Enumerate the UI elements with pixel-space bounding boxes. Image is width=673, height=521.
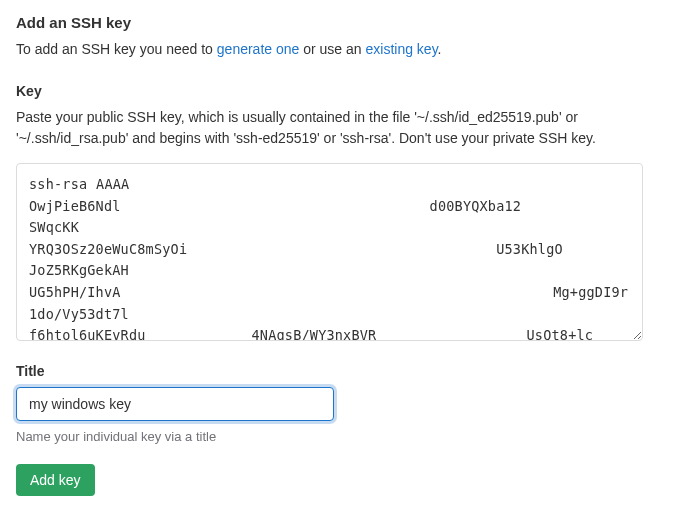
existing-key-link[interactable]: existing key xyxy=(366,41,438,57)
generate-one-link[interactable]: generate one xyxy=(217,41,300,57)
page-title: Add an SSH key xyxy=(16,14,657,31)
title-hint: Name your individual key via a title xyxy=(16,429,657,444)
intro-middle: or use an xyxy=(299,41,365,57)
key-label: Key xyxy=(16,83,657,99)
intro-suffix: . xyxy=(438,41,442,57)
title-label: Title xyxy=(16,363,657,379)
intro-text: To add an SSH key you need to generate o… xyxy=(16,41,657,57)
ssh-key-textarea[interactable]: ssh-rsa AAAA OwjPieB6Ndl d00BYQXba12 SWq… xyxy=(16,163,643,341)
intro-prefix: To add an SSH key you need to xyxy=(16,41,217,57)
add-key-button[interactable]: Add key xyxy=(16,464,95,496)
key-help-text: Paste your public SSH key, which is usua… xyxy=(16,107,657,149)
title-input[interactable] xyxy=(16,387,334,421)
